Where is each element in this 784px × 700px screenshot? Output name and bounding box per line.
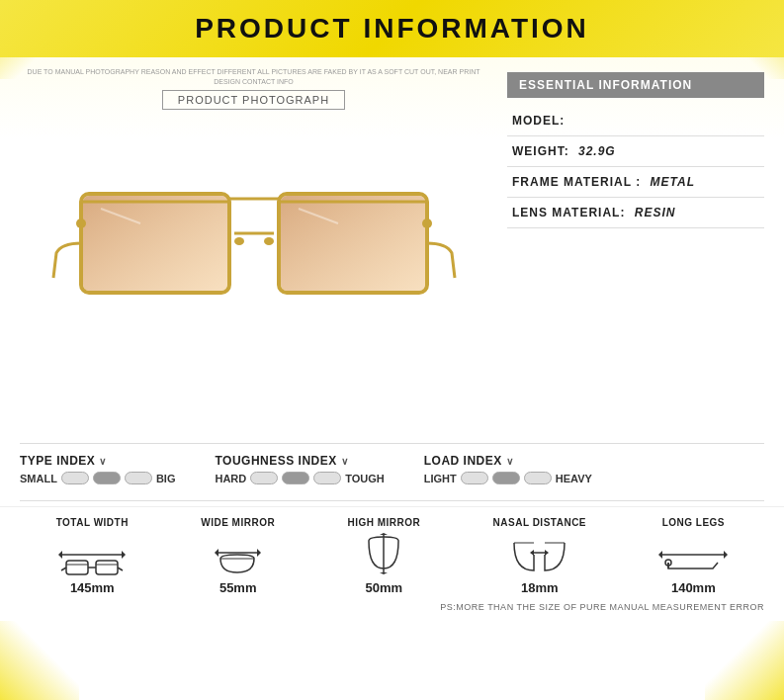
lens-label: LENS MATERIAL: xyxy=(512,206,625,219)
model-label: MODEL: xyxy=(512,114,565,128)
photo-small-text: DUE TO MANUAL PHOTOGRAPHY REASON AND EFF… xyxy=(20,67,487,87)
svg-marker-25 xyxy=(215,549,218,557)
measurements-section: TOTAL WIDTH 145mm xyxy=(0,506,784,600)
weight-row: WEIGHT: 32.9G xyxy=(507,136,764,167)
load-chevron-icon[interactable]: ∨ xyxy=(506,456,514,467)
load-min-label: LIGHT xyxy=(424,473,457,484)
type-index-item: TYPE INDEX ∨ SMALL BIG xyxy=(20,454,175,484)
load-index-item: LOAD INDEX ∨ LIGHT HEAVY xyxy=(424,454,592,484)
essential-header: ESSENTIAL INFORMATION xyxy=(507,72,764,98)
lens-value: RESIN xyxy=(635,206,676,219)
svg-point-8 xyxy=(234,237,244,245)
svg-marker-15 xyxy=(58,551,62,559)
svg-point-11 xyxy=(422,219,432,228)
type-scale-row: SMALL BIG xyxy=(20,472,175,484)
load-max-label: HEAVY xyxy=(556,473,592,484)
high-mirror-label: HIGH MIRROR xyxy=(347,517,420,528)
toughness-pill-2 xyxy=(282,472,309,484)
info-panel: ESSENTIAL INFORMATION MODEL: WEIGHT: 32.… xyxy=(507,72,764,443)
long-legs-label: LONG LEGS xyxy=(662,517,725,528)
wide-mirror-label: WIDE MIRROR xyxy=(201,517,275,528)
svg-rect-17 xyxy=(66,561,88,574)
measure-high-mirror: HIGH MIRROR 50mm xyxy=(347,517,420,595)
wide-mirror-icon xyxy=(204,532,273,576)
toughness-chevron-icon[interactable]: ∨ xyxy=(341,456,349,467)
index-row: TYPE INDEX ∨ SMALL BIG TOUGHNESS INDEX ∨ xyxy=(20,454,764,484)
toughness-pill-1 xyxy=(250,472,278,484)
photo-label: PRODUCT PHOTOGRAPH xyxy=(162,90,345,110)
long-legs-value: 140mm xyxy=(671,580,716,595)
frame-label: FRAME MATERIAL : xyxy=(512,175,641,189)
total-width-icon xyxy=(57,532,127,576)
wide-mirror-value: 55mm xyxy=(219,580,257,595)
weight-value: 32.9G xyxy=(578,144,616,158)
chevron-down-icon[interactable]: ∨ xyxy=(99,456,107,467)
type-index-label: TYPE INDEX ∨ xyxy=(20,454,175,468)
toughness-scale-row: HARD TOUGH xyxy=(215,472,384,484)
page-title: PRODUCT INFORMATION xyxy=(195,13,589,44)
load-index-label: LOAD INDEX ∨ xyxy=(424,454,592,468)
load-scale-row: LIGHT HEAVY xyxy=(424,472,592,484)
svg-marker-26 xyxy=(257,549,261,557)
svg-marker-30 xyxy=(380,572,388,574)
svg-marker-16 xyxy=(122,551,126,559)
index-section: TYPE INDEX ∨ SMALL BIG TOUGHNESS INDEX ∨ xyxy=(0,444,784,500)
frame-value: METAL xyxy=(651,175,695,189)
toughness-max-label: TOUGH xyxy=(345,473,385,484)
nasal-distance-value: 18mm xyxy=(521,580,559,595)
toughness-min-label: HARD xyxy=(215,473,246,484)
measure-total-width: TOTAL WIDTH 145mm xyxy=(56,517,129,595)
lens-row: LENS MATERIAL: RESIN xyxy=(507,198,764,228)
measure-long-legs: LONG LEGS 140mm xyxy=(658,517,728,595)
scale-pill-1 xyxy=(61,472,89,484)
type-max-label: BIG xyxy=(156,473,176,484)
scale-pill-2 xyxy=(93,472,121,484)
svg-marker-37 xyxy=(658,551,662,559)
main-content: DUE TO MANUAL PHOTOGRAPHY REASON AND EFF… xyxy=(0,57,784,443)
high-mirror-value: 50mm xyxy=(366,580,403,595)
nasal-distance-label: NASAL DISTANCE xyxy=(493,517,586,528)
total-width-value: 145mm xyxy=(70,580,115,595)
measure-wide-mirror: WIDE MIRROR 55mm xyxy=(201,517,275,595)
svg-point-10 xyxy=(76,219,86,228)
weight-label: WEIGHT: xyxy=(512,144,569,158)
toughness-index-label: TOUGHNESS INDEX ∨ xyxy=(215,454,384,468)
nasal-distance-icon xyxy=(505,532,574,576)
long-legs-icon xyxy=(658,532,728,576)
ps-note: PS:MORE THAN THE SIZE OF PURE MANUAL MEA… xyxy=(0,600,784,614)
sunglasses-image xyxy=(46,130,462,347)
svg-marker-38 xyxy=(724,551,728,559)
top-bar: PRODUCT INFORMATION xyxy=(0,0,784,57)
high-mirror-icon xyxy=(349,532,418,576)
measure-nasal-distance: NASAL DISTANCE 18mm xyxy=(493,517,586,595)
photo-section: DUE TO MANUAL PHOTOGRAPHY REASON AND EFF… xyxy=(20,67,487,443)
total-width-label: TOTAL WIDTH xyxy=(56,517,129,528)
svg-marker-29 xyxy=(380,533,388,535)
model-row: MODEL: xyxy=(507,106,764,136)
scale-pill-3 xyxy=(125,472,152,484)
load-pill-1 xyxy=(461,472,488,484)
frame-row: FRAME MATERIAL : METAL xyxy=(507,167,764,198)
svg-point-9 xyxy=(264,237,274,245)
svg-rect-18 xyxy=(96,561,118,574)
type-min-label: SMALL xyxy=(20,473,57,484)
toughness-pill-3 xyxy=(313,472,341,484)
divider2 xyxy=(20,500,764,501)
toughness-index-item: TOUGHNESS INDEX ∨ HARD TOUGH xyxy=(215,454,384,484)
load-pill-2 xyxy=(492,472,520,484)
load-pill-3 xyxy=(524,472,552,484)
